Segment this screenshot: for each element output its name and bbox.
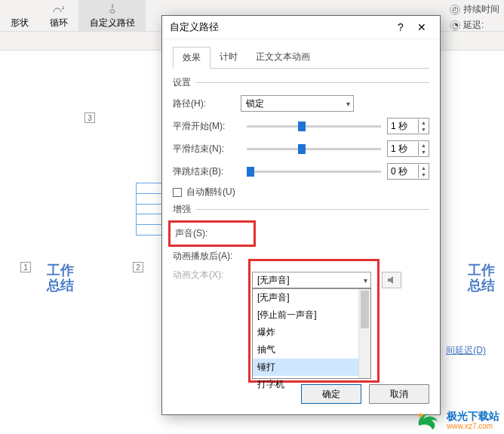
- sound-option-hammer[interactable]: 锤打: [253, 359, 370, 376]
- dialog-title-text: 自定义路径: [170, 20, 219, 34]
- smooth-end-spin[interactable]: ▲▼: [387, 140, 429, 157]
- smooth-end-slider[interactable]: [241, 148, 387, 150]
- spin-down[interactable]: ▼: [419, 149, 429, 155]
- sound-option-suction[interactable]: 抽气: [253, 341, 370, 359]
- chevron-down-icon: ▾: [346, 100, 350, 108]
- spin-up[interactable]: ▲: [419, 165, 429, 171]
- watermark-logo-icon: [415, 410, 442, 431]
- smooth-start-label: 平滑开始(M):: [173, 120, 241, 133]
- tab-effect[interactable]: 效果: [173, 47, 211, 69]
- dialog-close-button[interactable]: ✕: [411, 21, 432, 33]
- auto-reverse-checkbox[interactable]: 自动翻转(U): [173, 186, 429, 199]
- smooth-end-label: 平滑结束(N):: [173, 143, 241, 155]
- row-bounce-end: 弹跳结束(B): ▲▼: [173, 163, 429, 180]
- dialog-titlebar[interactable]: 自定义路径 ? ✕: [162, 16, 440, 39]
- bounce-end-value[interactable]: [388, 166, 418, 177]
- group-enhance: 增强: [173, 203, 429, 216]
- bounce-end-spin[interactable]: ▲▼: [387, 163, 429, 180]
- path-combo[interactable]: 锁定 ▾: [241, 95, 354, 112]
- row-sound: 声音(S):: [175, 227, 249, 240]
- sound-option-typewriter[interactable]: 打字机: [253, 376, 370, 393]
- slide-anim-number-1[interactable]: 1: [20, 262, 31, 272]
- watermark: 极光下载站 www.xz7.com: [415, 410, 499, 431]
- tab-timing[interactable]: 计时: [211, 47, 247, 68]
- delay-icon: ◔: [450, 20, 460, 31]
- row-smooth-end: 平滑结束(N): ▲▼: [173, 140, 429, 157]
- after-anim-label: 动画播放后(A):: [173, 250, 241, 263]
- group-enhance-label: 增强: [173, 203, 191, 216]
- path-label: 路径(H):: [173, 97, 241, 110]
- auto-reverse-label: 自动翻转(U): [186, 186, 235, 199]
- ribbon-duration-row: ◴ 持续时间: [450, 3, 499, 16]
- path-combo-value: 锁定: [246, 97, 264, 110]
- ribbon-right: ◴ 持续时间 ◔ 延迟:: [445, 0, 504, 31]
- ribbon-shape-label: 形状: [11, 17, 29, 29]
- sound-label-highlight: 声音(S):: [168, 220, 256, 247]
- ribbon-custom-path[interactable]: 自定义路径: [79, 0, 146, 31]
- slide-anim-number-3[interactable]: 3: [85, 112, 95, 123]
- spin-down[interactable]: ▼: [419, 126, 429, 133]
- ribbon-delay-row: ◔ 延迟:: [450, 19, 499, 32]
- sound-combo[interactable]: [无声音] ▾: [252, 272, 371, 288]
- sound-option-explosion[interactable]: 爆炸: [253, 324, 370, 341]
- smooth-end-value[interactable]: [388, 143, 418, 154]
- wordart-left-l1: 工作: [47, 263, 74, 278]
- sound-combo-value: [无声音]: [257, 274, 290, 287]
- speaker-icon: [386, 275, 397, 285]
- wordart-right-l2: 总结: [468, 278, 495, 293]
- custom-path-icon: [105, 3, 120, 17]
- duration-label: 持续时间: [463, 3, 499, 16]
- spin-up[interactable]: ▲: [419, 142, 429, 149]
- wordart-right[interactable]: 工作 总结: [468, 263, 495, 294]
- checkbox-box: [173, 188, 182, 197]
- dropdown-scrollbar[interactable]: [358, 289, 370, 378]
- bounce-end-label: 弹跳结束(B):: [173, 165, 241, 178]
- ribbon-shape[interactable]: 形状: [0, 0, 39, 31]
- sound-option-none[interactable]: [无声音]: [253, 289, 370, 306]
- group-settings: 设置: [173, 76, 429, 89]
- smooth-start-value[interactable]: [388, 121, 418, 131]
- clock-icon: ◴: [450, 5, 460, 15]
- svg-point-0: [419, 413, 423, 417]
- watermark-url: www.xz7.com: [447, 422, 499, 430]
- dialog-tabs: 效果 计时 正文文本动画: [173, 47, 429, 69]
- spin-up[interactable]: ▲: [419, 119, 429, 126]
- ribbon-loop-label: 循环: [50, 17, 68, 29]
- bounce-end-slider[interactable]: [241, 171, 387, 173]
- sound-dropdown-list[interactable]: [无声音] [停止前一声音] 爆炸 抽气 锤打 打字机: [252, 288, 371, 379]
- chevron-down-icon: ▾: [364, 276, 367, 285]
- delay-label: 延迟:: [463, 19, 484, 32]
- smooth-start-spin[interactable]: ▲▼: [387, 118, 429, 134]
- spin-down[interactable]: ▼: [419, 171, 429, 178]
- smooth-start-slider[interactable]: [241, 125, 387, 128]
- tab-text-anim[interactable]: 正文文本动画: [247, 47, 319, 68]
- row-smooth-start: 平滑开始(M): ▲▼: [173, 118, 429, 134]
- anim-text-label: 动画文本(X):: [173, 269, 241, 282]
- wordart-right-l1: 工作: [468, 263, 495, 278]
- play-sound-button[interactable]: [382, 272, 401, 288]
- sound-option-stop-prev[interactable]: [停止前一声音]: [253, 306, 370, 324]
- row-path: 路径(H): 锁定 ▾: [173, 95, 429, 112]
- sound-label: 声音(S):: [175, 227, 207, 240]
- cancel-button[interactable]: 取消: [369, 384, 429, 404]
- wordart-left[interactable]: 工作 总结: [47, 263, 74, 294]
- wordart-left-l2: 总结: [47, 278, 74, 293]
- group-settings-label: 设置: [173, 76, 191, 89]
- dialog-help-button[interactable]: ?: [390, 21, 411, 33]
- watermark-cn: 极光下载站: [447, 411, 499, 422]
- loop-icon: [51, 3, 66, 17]
- ribbon-custom-label: 自定义路径: [90, 17, 135, 29]
- interval-delay-link[interactable]: 间延迟(D): [446, 344, 486, 357]
- scrollbar-handle[interactable]: [361, 291, 369, 328]
- slide-anim-number-2[interactable]: 2: [133, 262, 143, 272]
- ribbon-loop[interactable]: 循环: [39, 0, 79, 31]
